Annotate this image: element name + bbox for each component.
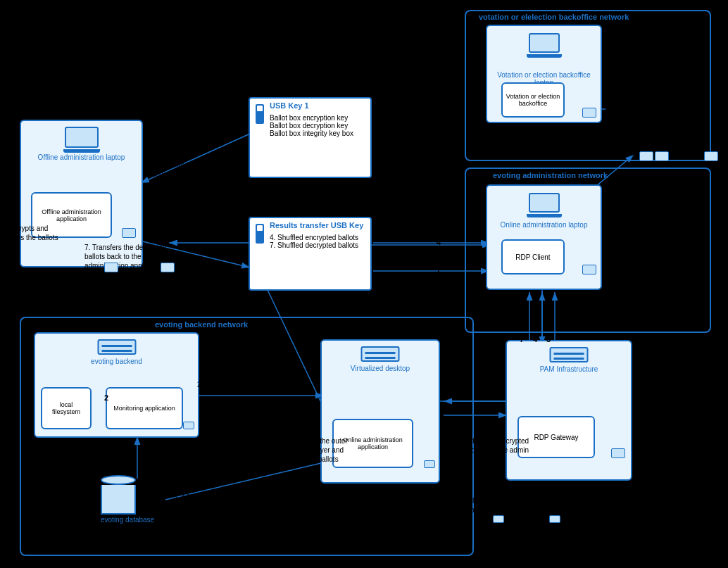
monitor-offline-bottom: [104, 263, 118, 272]
step-num-4-usb1: 4: [237, 211, 241, 220]
usb-key1-line3: Ballot box integrity key box: [270, 130, 353, 137]
db-top: [101, 475, 136, 485]
evoting-database-label: evoting database: [101, 516, 154, 524]
step-num-4-result: 4: [437, 238, 441, 246]
usb-key1-title: USB Key 1: [270, 101, 353, 110]
results-usb-box: Results transfer USB Key 4. Shuffled enc…: [249, 217, 372, 291]
evoting-backend-network-label: evoting backend network: [155, 320, 248, 329]
step-num-4-pam: 4: [533, 335, 537, 343]
annot-step1: 1. Loads the encrypted ballots: [175, 491, 252, 510]
offline-admin-app-label: Offline administration application: [35, 208, 108, 222]
votation-backoffice-label: Votation or election backoffice: [506, 93, 560, 107]
usb-icon-results: [256, 224, 264, 244]
monitor-small-offline: [122, 228, 136, 238]
monitor-small-votation: [582, 108, 596, 118]
local-filesystem-label: local filesystem: [45, 401, 87, 415]
votation-backoffice-box: Votation or election backoffice: [501, 82, 565, 118]
results-usb-line1: 4. Shuffled encrypted ballots: [270, 234, 363, 241]
sq-step8-1: [493, 514, 504, 523]
laptop-icon-offline: [63, 127, 100, 153]
rdp-client-label: RDP Client: [515, 253, 550, 261]
annot-step5: 5. Loads and unlocks the decryption key: [148, 160, 232, 179]
annot-step6: 6. decrypts and shuffles the ballots: [0, 224, 63, 242]
annot-step3: 3. Removes the outer encryption layer an…: [280, 436, 361, 464]
main-canvas: votation or elelection backoffice networ…: [0, 0, 728, 568]
sq-step8-2: [549, 514, 560, 523]
evoting-server-icon: [97, 339, 136, 355]
pam-server-icon: [550, 347, 589, 362]
votation-laptop-box: Votation or election backoffice laptop V…: [486, 25, 602, 123]
annot-step2-logs: 2. Loads the log files: [197, 380, 262, 389]
step-num-7-virt: 7: [442, 365, 446, 373]
monitor-small-pam: [611, 448, 625, 458]
step-num-8-pam: 8: [546, 335, 551, 343]
monitor-offline-bottom2: [161, 263, 175, 272]
monitoring-app-label: Monitoring application: [113, 405, 175, 412]
usb-icon-1: [256, 104, 264, 124]
monitor-votation-r1: [639, 151, 653, 161]
step-num-2-filesys: 2: [104, 393, 108, 402]
evoting-database-container: evoting database: [101, 475, 154, 524]
evoting-backend-label: evoting backend: [35, 358, 198, 365]
usb-key1-line1: Ballot box encryption key: [270, 114, 353, 122]
monitor-small-rdp: [582, 265, 596, 274]
offline-admin-laptop-label: Offline administration laptop: [21, 153, 142, 161]
step-num-7-result: 7: [437, 266, 441, 274]
annot-step4-transfer: 4. Transfers the encrypted ballots to th…: [447, 436, 532, 455]
laptop-icon-votation: [527, 33, 562, 58]
annot-step7: 7. Transfers the decrypted ballots back …: [84, 243, 169, 270]
results-usb-title: Results transfer USB Key: [270, 221, 363, 229]
annot-step8: 8. Aggregates the results by electoral d…: [470, 496, 555, 515]
online-admin-laptop-box: Online administration laptop RDP Client: [486, 184, 602, 290]
rdp-client-box: RDP Client: [501, 239, 565, 274]
step-num-7-pam: 7: [520, 335, 524, 343]
monitor-votation-r2: [655, 151, 669, 161]
online-admin-laptop-label: Online administration laptop: [487, 221, 601, 229]
monitor-votation-r3: [704, 151, 718, 161]
virt-server-icon: [361, 346, 400, 362]
monitor-small-monitoring: [183, 420, 194, 429]
virtualized-desktop-label: Virtualized desktop: [322, 365, 439, 372]
monitoring-app-box: Monitoring application: [106, 387, 183, 429]
results-usb-line2: 7. Shuffled decrypted ballots: [270, 241, 363, 249]
usb-key1-line2: Ballot box decryption key: [270, 122, 353, 130]
db-body: [101, 485, 136, 515]
evoting-admin-network-label: evoting administration network: [493, 171, 608, 179]
votation-network-label: votation or elelection backoffice networ…: [479, 13, 629, 21]
usb-key1-box: USB Key 1 Ballot box encryption key Ball…: [249, 97, 372, 178]
pam-infra-box: PAM Infrastructure RDP Gateway: [506, 340, 632, 481]
laptop-icon-online: [527, 193, 562, 217]
monitor-small-virt: [424, 459, 435, 468]
pam-infra-label: PAM Infrastructure: [507, 365, 631, 373]
local-filesystem-box: local filesystem: [41, 387, 92, 429]
evoting-backend-outer: evoting backend local filesystem Monitor…: [34, 332, 199, 438]
rdp-gateway-label: RDP Gateway: [534, 434, 578, 441]
